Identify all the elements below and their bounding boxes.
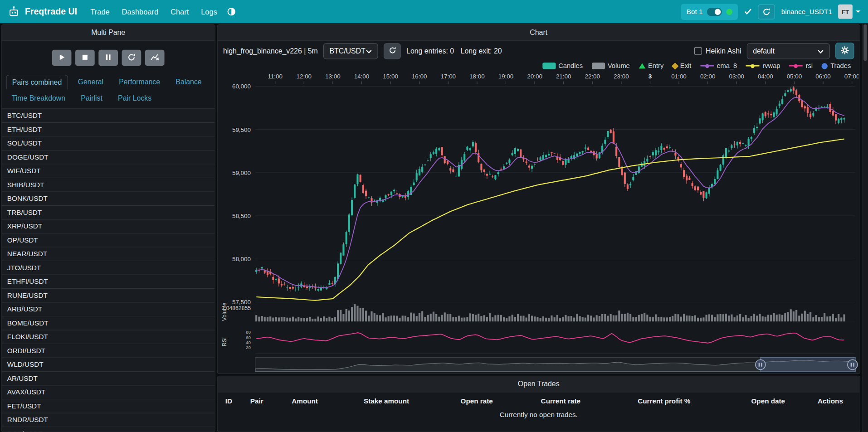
svg-text:13:00: 13:00 [325, 73, 341, 80]
nav-link-logs[interactable]: Logs [201, 7, 217, 15]
legend-trades[interactable]: Trades [822, 62, 851, 70]
svg-text:17:00: 17:00 [440, 73, 456, 80]
tab-time-breakdown[interactable]: Time Breakdown [6, 91, 71, 105]
legend-label-volume: Volume [608, 62, 630, 70]
col-current-rate: Current rate [541, 397, 638, 405]
svg-text:58,000: 58,000 [232, 256, 251, 262]
svg-text:07:00: 07:00 [844, 73, 858, 80]
pair-row-dot-usdt[interactable]: DOT/USDT [2, 427, 215, 432]
chart-toolbar: high_frog_binance_v226 | 5m BTC/USDT Lon… [218, 41, 860, 61]
legend-rvwap[interactable]: rvwap [746, 62, 780, 70]
col-current-profit: Current profit % [638, 397, 751, 405]
entry-legend-icon [639, 63, 645, 68]
tab-pair-locks[interactable]: Pair Locks [112, 91, 157, 105]
pair-row-rune-usdt[interactable]: RUNE/USDT [2, 289, 215, 303]
pair-row-floki-usdt[interactable]: FLOKI/USDT [2, 330, 215, 345]
nav-link-dashboard[interactable]: Dashboard [122, 7, 159, 15]
brand-title[interactable]: Freqtrade UI [25, 7, 77, 17]
pair-row-fet-usdt[interactable]: FET/USDT [2, 399, 215, 413]
tab-pairlist[interactable]: Pairlist [75, 91, 108, 105]
pair-row-op-usdt[interactable]: OP/USDT [2, 233, 215, 248]
pair-row-ordi-usdt[interactable]: ORDI/USDT [2, 344, 215, 358]
pair-row-ethfi-usdt[interactable]: ETHFI/USDT [2, 275, 215, 289]
pair-row-jto-usdt[interactable]: JTO/USDT [2, 261, 215, 275]
svg-text:58,500: 58,500 [232, 213, 251, 219]
legend-label-exit: Exit [680, 62, 691, 70]
pair-row-near-usdt[interactable]: NEAR/USDT [2, 248, 215, 262]
pair-row-bonk-usdt[interactable]: BONK/USDT [2, 192, 215, 206]
svg-text:06:00: 06:00 [815, 73, 831, 80]
stop-bot-button[interactable] [75, 50, 95, 66]
pair-row-sol-usdt[interactable]: SOL/USDT [2, 137, 215, 151]
col-stake-amount: Stake amount [364, 397, 461, 405]
legend-exit[interactable]: Exit [673, 62, 692, 70]
svg-text:60: 60 [246, 335, 251, 340]
clear-chart-button[interactable] [145, 50, 165, 66]
pair-select-value: BTC/USDT [329, 47, 365, 55]
svg-text:11:00: 11:00 [268, 73, 283, 80]
pair-row-avax-usdt[interactable]: AVAX/USDT [2, 386, 215, 400]
start-bot-button[interactable] [52, 50, 72, 66]
chart-svg[interactable]: 60,00059,50059,00058,50058,00057,50011:0… [220, 71, 859, 374]
legend-ema-8[interactable]: ema_8 [700, 62, 737, 70]
plot-config-select[interactable]: default [747, 43, 830, 59]
legend-candles[interactable]: Candles [542, 62, 583, 70]
multi-pane-header: Multi Pane [2, 25, 215, 41]
pair-row-btc-usdt[interactable]: BTC/USDT [2, 109, 215, 123]
svg-text:01:00: 01:00 [671, 73, 687, 80]
bot-toggle[interactable] [707, 7, 722, 15]
pair-row-shib-usdt[interactable]: SHIB/USDT [2, 178, 215, 192]
pair-row-wif-usdt[interactable]: WIF/USDT [2, 165, 215, 179]
pane-tabs: Pairs combinedGeneralPerformanceBalanceT… [2, 71, 215, 105]
page-scrollbar[interactable] [862, 23, 868, 432]
candlestick-chart[interactable]: 60,00059,50059,00058,50058,00057,50011:0… [218, 71, 860, 374]
svg-text:59,000: 59,000 [232, 170, 251, 176]
scrollbar-thumb[interactable] [863, 24, 867, 61]
pair-row-doge-usdt[interactable]: DOGE/USDT [2, 150, 215, 165]
chart-panel: Chart high_frog_binance_v226 | 5m BTC/US… [217, 24, 860, 374]
tab-pairs-combined[interactable]: Pairs combined [6, 75, 68, 90]
pair-row-trb-usdt[interactable]: TRB/USDT [2, 206, 215, 220]
heikin-ashi-checkbox[interactable] [694, 47, 702, 55]
user-menu[interactable]: FT [838, 5, 860, 19]
svg-text:20: 20 [246, 345, 251, 350]
tab-performance[interactable]: Performance [113, 75, 166, 90]
pair-row-rndr-usdt[interactable]: RNDR/USDT [2, 413, 215, 427]
plot-settings-button[interactable] [835, 43, 854, 59]
pair-list: BTC/USDTETH/USDTSOL/USDTDOGE/USDTWIF/USD… [2, 108, 215, 432]
pause-bot-button[interactable] [98, 50, 118, 66]
legend-label-rvwap: rvwap [762, 62, 780, 70]
freqtrade-logo-icon[interactable] [8, 5, 20, 18]
exit-legend-icon [671, 62, 678, 69]
pair-row-ar-usdt[interactable]: AR/USDT [2, 372, 215, 386]
svg-text:80: 80 [246, 330, 251, 335]
legend-entry[interactable]: Entry [639, 62, 663, 70]
pair-select[interactable]: BTC/USDT [323, 43, 378, 59]
pair-row-bome-usdt[interactable]: BOME/USDT [2, 316, 215, 330]
theme-toggle-icon[interactable] [227, 7, 236, 16]
reload-bot-button[interactable] [758, 4, 775, 19]
legend-rsi[interactable]: rsi [789, 62, 813, 70]
chart-refresh-button[interactable] [384, 43, 401, 59]
tab-general[interactable]: General [72, 75, 109, 90]
account-label[interactable]: binance_USDT1 [781, 8, 832, 15]
bot-selector[interactable]: Bot 1 [681, 4, 738, 19]
reload-config-button[interactable] [122, 50, 141, 66]
nav-link-chart[interactable]: Chart [171, 7, 189, 15]
heikin-ashi-toggle[interactable]: Heikin Ashi [694, 47, 741, 55]
bot-name: Bot 1 [687, 8, 703, 15]
pair-row-wld-usdt[interactable]: WLD/USDT [2, 358, 215, 372]
svg-text:05:00: 05:00 [787, 73, 802, 80]
svg-text:19:00: 19:00 [498, 73, 514, 80]
svg-text:59,500: 59,500 [232, 126, 251, 133]
pair-row-eth-usdt[interactable]: ETH/USDT [2, 123, 215, 137]
tab-balance[interactable]: Balance [170, 75, 207, 90]
svg-text:18:00: 18:00 [469, 73, 485, 80]
pair-row-xrp-usdt[interactable]: XRP/USDT [2, 220, 215, 234]
nav-link-trade[interactable]: Trade [90, 7, 109, 15]
chevron-down-icon [818, 47, 824, 55]
reload-icon [127, 53, 136, 63]
legend-volume[interactable]: Volume [591, 62, 629, 70]
pair-row-arb-usdt[interactable]: ARB/USDT [2, 303, 215, 317]
svg-text:03:00: 03:00 [729, 73, 744, 80]
